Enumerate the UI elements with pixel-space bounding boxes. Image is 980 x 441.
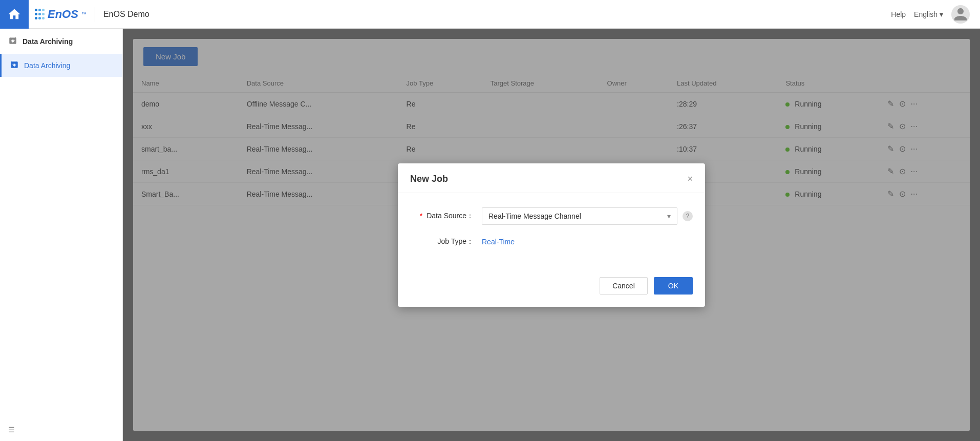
modal-dialog: New Job × * Data Source： Real-Time Messa… [398,163,705,307]
ok-button[interactable]: OK [654,277,693,295]
data-archiving-icon [10,60,19,71]
language-selector[interactable]: English ▾ [914,10,943,18]
content-area: New Job Name Data Source Job Type Target… [123,29,980,441]
dropdown-arrow-icon: ▾ [667,212,671,220]
data-source-value: Real-Time Message Channel [488,212,667,220]
data-source-select[interactable]: Real-Time Message Channel ▾ [482,207,677,225]
data-source-row: * Data Source： Real-Time Message Channel… [410,207,693,225]
sidebar: Data Archiving Data Archiving ☰ [0,29,123,441]
job-type-row: Job Type： Real-Time [410,237,693,246]
job-type-value: Real-Time [482,238,515,246]
logo-dots [35,9,45,19]
app-name: EnOS Demo [103,10,150,19]
header-divider [95,7,95,22]
help-icon[interactable]: ? [683,211,693,221]
required-star: * [420,212,422,220]
sidebar-section-header: Data Archiving [0,29,122,54]
sidebar-menu-icon[interactable]: ☰ [8,426,15,434]
cancel-button[interactable]: Cancel [600,277,648,295]
logo: EnOS ™ [35,8,87,21]
modal-overlay: New Job × * Data Source： Real-Time Messa… [123,29,980,441]
job-type-label: Job Type： [410,237,482,246]
help-link[interactable]: Help [891,10,906,18]
home-icon[interactable] [0,0,29,29]
modal-body: * Data Source： Real-Time Message Channel… [398,193,705,269]
data-source-label: * Data Source： [410,212,482,221]
sidebar-item-data-archiving[interactable]: Data Archiving [0,54,122,77]
modal-header: New Job × [398,163,705,193]
modal-footer: Cancel OK [398,269,705,307]
archive-icon [8,36,17,47]
user-avatar[interactable] [951,5,970,24]
top-header: EnOS ™ EnOS Demo Help English ▾ [0,0,980,29]
main-body: Data Archiving Data Archiving ☰ New Job [0,29,980,441]
modal-title: New Job [410,174,448,184]
sidebar-item-label: Data Archiving [24,61,70,70]
sidebar-bottom: ☰ [0,418,122,441]
logo-text: EnOS [48,8,78,21]
header-right: Help English ▾ [891,5,970,24]
logo-trademark: ™ [81,11,87,17]
modal-close-button[interactable]: × [687,174,693,183]
sidebar-section-label: Data Archiving [23,37,73,46]
